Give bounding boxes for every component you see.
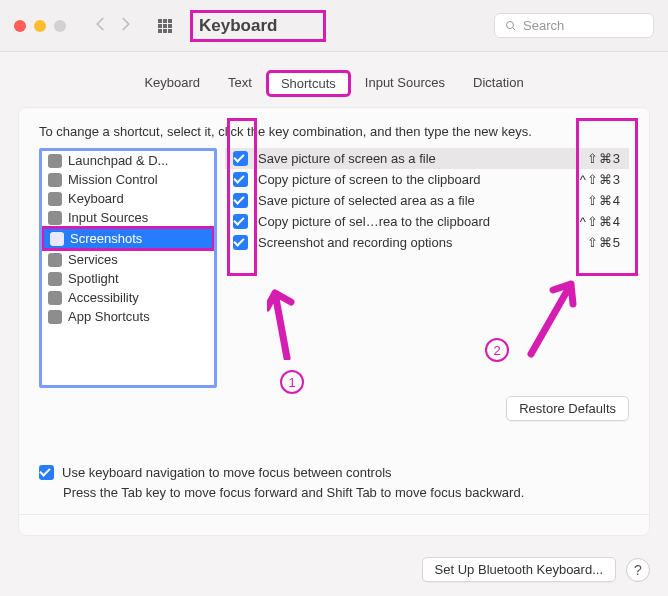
traffic-zoom[interactable] [54, 20, 66, 32]
screenshots-icon [50, 232, 64, 246]
svg-point-0 [507, 21, 514, 28]
shortcut-label: Copy picture of screen to the clipboard [258, 172, 557, 187]
traffic-close[interactable] [14, 20, 26, 32]
shortcut-checkbox[interactable] [233, 235, 248, 250]
annotation-number-1: 1 [280, 370, 304, 394]
category-app-shortcuts[interactable]: App Shortcuts [42, 307, 214, 326]
tab-shortcuts[interactable]: Shortcuts [266, 70, 351, 97]
app-shortcuts-icon [48, 310, 62, 324]
shortcut-checkbox[interactable] [233, 193, 248, 208]
category-keyboard[interactable]: Keyboard [42, 189, 214, 208]
keyboard-icon [48, 192, 62, 206]
category-launchpad[interactable]: Launchpad & D... [42, 151, 214, 170]
category-services[interactable]: Services [42, 250, 214, 269]
category-list[interactable]: Launchpad & D... Mission Control Keyboar… [39, 148, 217, 388]
back-button[interactable] [92, 15, 110, 36]
shortcut-row[interactable]: Copy picture of screen to the clipboard … [225, 169, 629, 190]
instruction-text: To change a shortcut, select it, click t… [39, 124, 629, 139]
services-icon [48, 253, 62, 267]
traffic-minimize[interactable] [34, 20, 46, 32]
kb-nav-subtext: Press the Tab key to move focus forward … [63, 485, 629, 500]
annotation-arrow-1 [267, 288, 307, 363]
shortcut-row[interactable]: Save picture of screen as a file ⇧⌘3 [225, 148, 629, 169]
shortcut-label: Save picture of screen as a file [258, 151, 557, 166]
shortcut-checkbox[interactable] [233, 151, 248, 166]
search-field[interactable]: Search [494, 13, 654, 38]
forward-button[interactable] [116, 15, 134, 36]
category-mission-control[interactable]: Mission Control [42, 170, 214, 189]
shortcut-checkbox[interactable] [233, 172, 248, 187]
restore-defaults-button[interactable]: Restore Defaults [506, 396, 629, 421]
help-button[interactable]: ? [626, 558, 650, 582]
shortcut-checkbox[interactable] [233, 214, 248, 229]
shortcut-label: Save picture of selected area as a file [258, 193, 557, 208]
bluetooth-keyboard-button[interactable]: Set Up Bluetooth Keyboard... [422, 557, 616, 582]
tab-input-sources[interactable]: Input Sources [351, 70, 459, 97]
category-input-sources[interactable]: Input Sources [42, 208, 214, 227]
accessibility-icon [48, 291, 62, 305]
tab-bar: Keyboard Text Shortcuts Input Sources Di… [18, 70, 650, 97]
shortcut-label: Copy picture of sel…rea to the clipboard [258, 214, 557, 229]
page-title: Keyboard [190, 10, 326, 42]
tab-dictation[interactable]: Dictation [459, 70, 538, 97]
tab-text[interactable]: Text [214, 70, 266, 97]
shortcut-row[interactable]: Copy picture of sel…rea to the clipboard… [225, 211, 629, 232]
tab-keyboard[interactable]: Keyboard [130, 70, 214, 97]
spotlight-icon [48, 272, 62, 286]
shortcut-list: Save picture of screen as a file ⇧⌘3 Cop… [225, 148, 629, 388]
input-sources-icon [48, 211, 62, 225]
search-icon [505, 20, 517, 32]
shortcut-label: Screenshot and recording options [258, 235, 557, 250]
kb-nav-checkbox[interactable] [39, 465, 54, 480]
shortcut-row[interactable]: Save picture of selected area as a file … [225, 190, 629, 211]
svg-line-1 [513, 27, 516, 30]
search-placeholder: Search [523, 18, 564, 33]
category-screenshots[interactable]: Screenshots [41, 226, 215, 251]
launchpad-icon [48, 154, 62, 168]
kb-nav-label: Use keyboard navigation to move focus be… [62, 465, 392, 480]
shortcut-row[interactable]: Screenshot and recording options ⇧⌘5 [225, 232, 629, 253]
category-accessibility[interactable]: Accessibility [42, 288, 214, 307]
annotation-keys-column [576, 118, 638, 276]
category-spotlight[interactable]: Spotlight [42, 269, 214, 288]
mission-control-icon [48, 173, 62, 187]
annotation-arrow-2 [525, 278, 581, 361]
divider [19, 514, 649, 515]
annotation-number-2: 2 [485, 338, 509, 362]
apps-grid-icon[interactable] [158, 17, 176, 35]
